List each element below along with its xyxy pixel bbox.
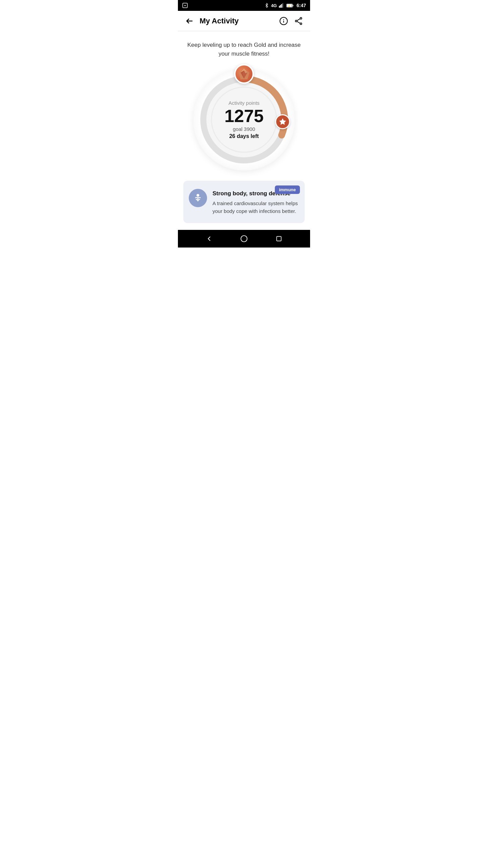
status-bar-right: 4G ⚡ 6:47: [264, 2, 306, 8]
signal-icon: [279, 3, 284, 8]
gem-icon: [238, 68, 250, 80]
info-card: immune Strong body, strong defense A tra…: [183, 181, 305, 223]
info-card-description: A trained cardiovascular system helps yo…: [212, 200, 299, 215]
back-button[interactable]: [183, 15, 196, 27]
person-icon: [193, 193, 203, 203]
motivational-text: Keep leveling up to reach Gold and incre…: [178, 31, 310, 62]
status-bar-left: [182, 2, 188, 8]
bottom-nav: [178, 230, 310, 248]
svg-point-26: [197, 194, 199, 197]
activity-circle-container: Activity points 1275 goal 3900 26 days l…: [178, 62, 310, 181]
app-bar-actions: [278, 15, 305, 27]
page-title: My Activity: [200, 17, 278, 25]
svg-rect-28: [277, 236, 281, 241]
gem-badge: [234, 64, 254, 84]
info-button[interactable]: [278, 15, 290, 27]
svg-rect-6: [292, 5, 293, 6]
share-button[interactable]: [292, 15, 305, 27]
app-bar: My Activity: [178, 11, 310, 31]
svg-rect-4: [282, 3, 283, 7]
svg-rect-0: [183, 3, 187, 8]
svg-rect-11: [283, 21, 284, 23]
time-label: 6:47: [297, 3, 306, 8]
svg-text:⚡: ⚡: [288, 4, 290, 7]
bluetooth-icon: [264, 2, 269, 8]
nav-back-button[interactable]: [204, 233, 215, 244]
activity-points-value: 1275: [224, 107, 264, 125]
activity-goal: goal 3900: [224, 126, 264, 132]
star-icon: [279, 118, 287, 126]
svg-point-12: [300, 17, 302, 19]
svg-line-15: [297, 19, 300, 21]
battery-icon: ⚡: [286, 3, 294, 8]
svg-point-13: [300, 23, 302, 24]
immune-badge: immune: [275, 185, 300, 194]
info-card-icon: [189, 189, 207, 207]
activity-points-label: Activity points: [224, 100, 264, 106]
svg-line-16: [297, 21, 300, 23]
status-bar: 4G ⚡ 6:47: [178, 0, 310, 11]
svg-point-10: [283, 19, 284, 20]
svg-point-14: [296, 20, 297, 22]
svg-rect-2: [280, 5, 281, 8]
svg-point-27: [241, 236, 247, 242]
activity-days-left: 26 days left: [224, 133, 264, 139]
star-badge: [275, 114, 290, 129]
svg-marker-25: [279, 118, 286, 125]
activity-circle: Activity points 1275 goal 3900 26 days l…: [193, 69, 295, 171]
nav-home-button[interactable]: [239, 233, 249, 244]
network-type-label: 4G: [271, 3, 277, 8]
svg-rect-3: [281, 4, 282, 8]
notification-icon: [182, 2, 188, 8]
svg-rect-1: [279, 6, 280, 7]
circle-center-info: Activity points 1275 goal 3900 26 days l…: [224, 100, 264, 139]
nav-recent-button[interactable]: [273, 233, 284, 244]
main-content: Keep leveling up to reach Gold and incre…: [178, 31, 310, 223]
